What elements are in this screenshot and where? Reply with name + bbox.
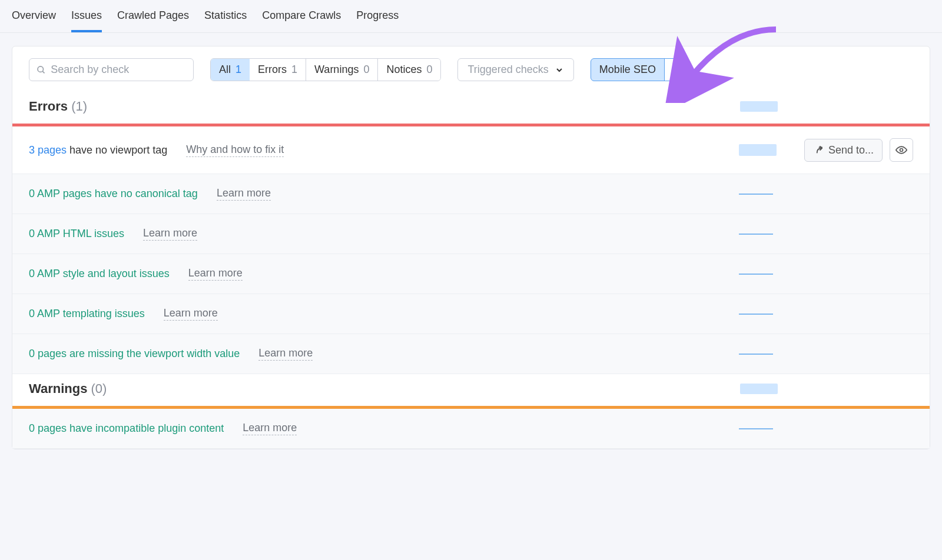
issue-row: 3 pages have no viewport tagWhy and how … xyxy=(12,126,930,174)
triggered-checks-dropdown[interactable]: Triggered checks xyxy=(457,58,573,81)
filter-label: Errors xyxy=(258,64,287,76)
trend-sparkline xyxy=(739,234,777,235)
issue-text: 0 AMP templating issues xyxy=(29,308,145,320)
svg-line-1 xyxy=(42,71,44,73)
row-actions: Send to... xyxy=(795,138,913,162)
filter-count: 1 xyxy=(236,64,241,76)
trend-sparkline xyxy=(739,194,777,195)
filter-count: 1 xyxy=(291,64,297,76)
trend-sparkline xyxy=(739,314,777,315)
issue-row: 0 pages are missing the viewport width v… xyxy=(12,334,930,374)
issue-row: 0 AMP style and layout issuesLearn more xyxy=(12,254,930,294)
filter-all[interactable]: All1 xyxy=(210,58,250,81)
eye-icon xyxy=(895,144,907,156)
nav-tab-progress[interactable]: Progress xyxy=(356,5,399,32)
chip-remove-button[interactable] xyxy=(664,59,688,81)
nav-tab-statistics[interactable]: Statistics xyxy=(204,5,247,32)
section-header-errors: Errors (1) xyxy=(12,92,930,124)
share-arrow-icon xyxy=(813,145,824,155)
learn-more-link[interactable]: Learn more xyxy=(243,422,297,435)
issue-row: 0 AMP pages have no canonical tagLearn m… xyxy=(12,174,930,214)
filter-count: 0 xyxy=(363,64,369,76)
section-title: Warnings (0) xyxy=(29,381,107,396)
sparkline-placeholder xyxy=(740,101,778,112)
filter-label: Notices xyxy=(386,64,422,76)
section-header-warnings: Warnings (0) xyxy=(12,374,930,406)
issues-panel: All1Errors1Warnings0Notices0 Triggered c… xyxy=(12,46,930,449)
svg-point-0 xyxy=(38,66,43,71)
learn-more-link[interactable]: Learn more xyxy=(164,307,218,321)
nav-tab-overview[interactable]: Overview xyxy=(12,5,56,32)
dropdown-label: Triggered checks xyxy=(467,64,548,76)
chip-label: Mobile SEO xyxy=(591,59,664,81)
nav-tab-compare-crawls[interactable]: Compare Crawls xyxy=(262,5,341,32)
filter-segmented: All1Errors1Warnings0Notices0 xyxy=(210,58,441,81)
filter-label: All xyxy=(219,64,231,76)
filter-warnings[interactable]: Warnings0 xyxy=(306,59,378,81)
filter-chip-mobile-seo: Mobile SEO xyxy=(591,58,689,81)
issue-text: 0 AMP HTML issues xyxy=(29,228,124,240)
chevron-down-icon xyxy=(555,65,564,75)
svg-point-4 xyxy=(900,149,903,152)
section-title: Errors (1) xyxy=(29,99,87,114)
trend-sparkline xyxy=(739,354,777,355)
filter-notices[interactable]: Notices0 xyxy=(378,59,440,81)
top-nav: OverviewIssuesCrawled PagesStatisticsCom… xyxy=(0,0,942,33)
filter-count: 0 xyxy=(426,64,432,76)
search-icon xyxy=(37,65,46,75)
trend-sparkline xyxy=(739,428,777,429)
issue-row: 0 AMP HTML issuesLearn more xyxy=(12,214,930,254)
issue-row: 0 pages have incompatible plugin content… xyxy=(12,409,930,449)
issue-text: 0 AMP pages have no canonical tag xyxy=(29,188,198,200)
learn-more-link[interactable]: Learn more xyxy=(258,347,313,361)
search-input-wrap[interactable] xyxy=(29,58,194,81)
filter-errors[interactable]: Errors1 xyxy=(250,59,306,81)
filter-label: Warnings xyxy=(314,64,359,76)
send-to-button[interactable]: Send to... xyxy=(804,139,883,162)
close-icon xyxy=(672,65,681,75)
search-input[interactable] xyxy=(51,64,186,76)
learn-more-link[interactable]: Learn more xyxy=(217,187,271,201)
view-button[interactable] xyxy=(890,138,913,162)
nav-tab-crawled-pages[interactable]: Crawled Pages xyxy=(117,5,189,32)
issue-text: 0 pages have incompatible plugin content xyxy=(29,422,224,435)
trend-sparkline xyxy=(739,274,777,275)
learn-more-link[interactable]: Learn more xyxy=(188,267,243,281)
issue-text: 0 pages are missing the viewport width v… xyxy=(29,348,240,360)
issue-row: 0 AMP templating issuesLearn more xyxy=(12,294,930,334)
learn-more-link[interactable]: Learn more xyxy=(143,227,197,241)
sparkline-placeholder xyxy=(740,384,778,394)
toolbar: All1Errors1Warnings0Notices0 Triggered c… xyxy=(12,46,930,92)
trend-sparkline xyxy=(739,144,777,156)
issue-text: 0 AMP style and layout issues xyxy=(29,268,170,280)
issue-link[interactable]: 3 pages xyxy=(29,144,67,156)
issue-text[interactable]: 3 pages have no viewport tag xyxy=(29,144,167,156)
nav-tab-issues[interactable]: Issues xyxy=(71,5,102,32)
learn-more-link[interactable]: Why and how to fix it xyxy=(186,144,284,157)
